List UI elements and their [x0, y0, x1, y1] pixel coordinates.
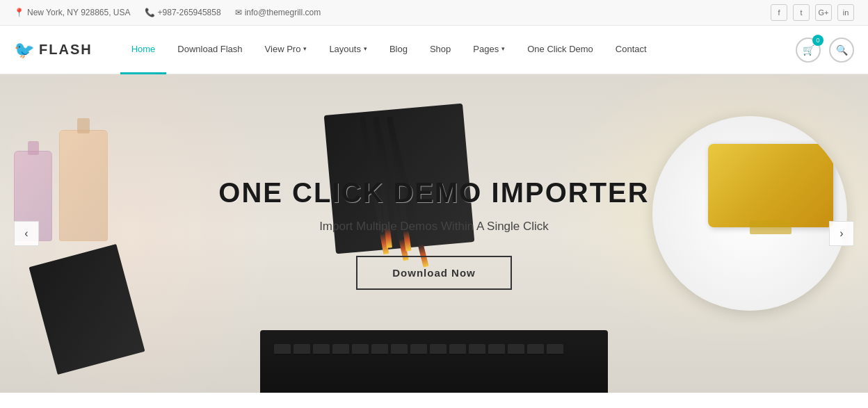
- plate: [652, 116, 847, 311]
- key: [352, 344, 369, 355]
- hero-title: ONE CLICK DEMO IMPORTER: [218, 177, 649, 209]
- key: [410, 344, 427, 355]
- key: [508, 344, 524, 355]
- key: [449, 344, 466, 355]
- key: [274, 344, 291, 355]
- download-now-button[interactable]: Download Now: [356, 256, 512, 290]
- phone-icon: 📞: [145, 8, 155, 17]
- facebook-icon[interactable]: f: [771, 4, 787, 21]
- hero-section: ONE CLICK DEMO IMPORTER Import Multiple …: [0, 74, 868, 393]
- googleplus-icon[interactable]: G+: [815, 4, 832, 21]
- perfume-bottle-2: [59, 130, 108, 241]
- nav-links: Home Download Flash View Pro ▾ Layouts ▾…: [120, 26, 796, 74]
- key: [332, 344, 349, 355]
- key: [488, 344, 505, 355]
- hero-subtitle: Import Multiple Demos Within A Single Cl…: [218, 220, 649, 234]
- chevron-down-icon: ▾: [501, 45, 505, 52]
- key: [527, 344, 544, 355]
- location-info: 📍 New York, NY 928865, USA: [14, 8, 131, 17]
- email-icon: ✉: [235, 8, 242, 17]
- linkedin-icon[interactable]: in: [837, 4, 854, 21]
- navbar: 🐦 FLASH Home Download Flash View Pro ▾ L…: [0, 26, 868, 74]
- cart-button[interactable]: 🛒 0: [796, 38, 821, 63]
- key: [547, 344, 563, 355]
- hero-deco-plate: [652, 116, 847, 311]
- logo-text: FLASH: [39, 42, 93, 58]
- nav-link-pages[interactable]: Pages ▾: [462, 26, 516, 74]
- chevron-down-icon: ▾: [364, 45, 367, 52]
- email-info: ✉ info@themegrill.com: [235, 8, 321, 17]
- nav-link-blog[interactable]: Blog: [378, 26, 419, 74]
- twitter-icon[interactable]: t: [793, 4, 810, 21]
- nav-link-home[interactable]: Home: [120, 26, 167, 74]
- nav-link-shop[interactable]: Shop: [419, 26, 462, 74]
- nav-link-one-click-demo[interactable]: One Click Demo: [516, 26, 604, 74]
- nav-link-layouts[interactable]: Layouts ▾: [318, 26, 378, 74]
- nav-link-contact[interactable]: Contact: [604, 26, 658, 74]
- hero-deco-books: [42, 254, 132, 365]
- hero-prev-arrow[interactable]: ‹: [14, 221, 39, 246]
- phone-info: 📞 +987-265945858: [145, 8, 221, 17]
- key: [391, 344, 408, 355]
- chevron-down-icon: ▾: [303, 45, 307, 52]
- hero-content: ONE CLICK DEMO IMPORTER Import Multiple …: [204, 163, 663, 304]
- key: [294, 344, 310, 355]
- social-links: f t G+ in: [771, 4, 854, 21]
- logo-icon: 🐦: [14, 40, 35, 60]
- hero-next-arrow[interactable]: ›: [829, 221, 854, 246]
- cart-badge: 0: [812, 35, 823, 46]
- logo[interactable]: 🐦 FLASH: [14, 40, 93, 60]
- nav-right: 🛒 0 🔍: [796, 38, 854, 63]
- search-button[interactable]: 🔍: [829, 38, 854, 63]
- key: [469, 344, 485, 355]
- location-pin-icon: 📍: [14, 8, 24, 17]
- nav-link-download-flash[interactable]: Download Flash: [166, 26, 253, 74]
- book: [29, 244, 145, 375]
- key: [313, 344, 330, 355]
- top-bar: 📍 New York, NY 928865, USA 📞 +987-265945…: [0, 0, 868, 26]
- top-bar-left: 📍 New York, NY 928865, USA 📞 +987-265945…: [14, 8, 321, 17]
- nav-link-view-pro[interactable]: View Pro ▾: [254, 26, 319, 74]
- keyboard-keys: [260, 330, 608, 355]
- hero-deco-keyboard: [260, 330, 608, 393]
- food-item: [708, 144, 833, 227]
- key: [371, 344, 388, 355]
- key: [430, 344, 447, 355]
